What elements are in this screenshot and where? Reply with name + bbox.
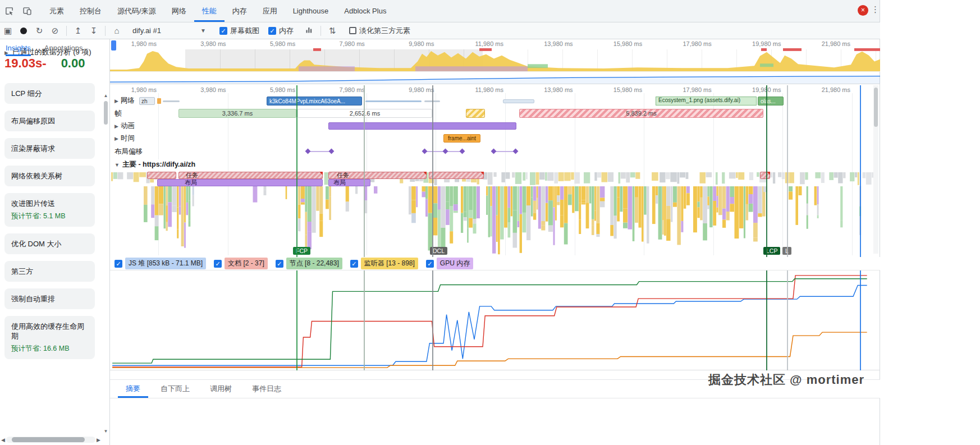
scrollbar-track[interactable] [6, 437, 95, 443]
network-request-image[interactable]: Ecosystem_1.png (assets.dify.ai) [656, 97, 757, 105]
track-network-label[interactable]: ▶网络 [112, 95, 137, 106]
layout-shift-diamond[interactable] [460, 149, 465, 154]
layout-shift-diamond[interactable] [305, 149, 311, 154]
counter-toggle[interactable]: ✓节点 [8 - 22,483] [276, 258, 342, 269]
track-animations-label[interactable]: ▶动画 [112, 121, 137, 131]
insight-card[interactable]: 改进图片传送预计节省: 5.1 MB [4, 193, 95, 227]
flame-chart[interactable]: 任务 任务 布局 布局 FCP DCL LCP L [110, 172, 880, 256]
dcl-marker[interactable]: DCL [430, 247, 447, 255]
sidebar-vertical-scrollbar[interactable]: ▲ ▼ [103, 93, 109, 434]
detail-tab[interactable]: 事件日志 [244, 380, 289, 398]
long-task-bar[interactable]: 任务 [328, 172, 427, 179]
layout-shift-diamond[interactable] [513, 149, 519, 154]
insight-card[interactable]: 渲染屏蔽请求 [4, 138, 95, 159]
counter-toggle[interactable]: ✓文档 [2 - 37] [214, 258, 268, 269]
frames-track[interactable]: 3,336.7 ms 2,652.6 ms 5,839.2 ms [110, 108, 880, 119]
stats-icon[interactable] [301, 26, 317, 36]
fade-third-party-checkbox[interactable]: ✓ 淡化第三方元素 [349, 26, 410, 36]
devtools-tab[interactable]: Adblock Plus [336, 0, 394, 22]
frame-bar-idle[interactable]: 2,652.6 ms [297, 109, 432, 118]
profile-select[interactable]: dify.ai #1 ▼ [128, 25, 210, 36]
l-marker[interactable]: L [782, 247, 791, 255]
detail-tab[interactable]: 自下而上 [153, 380, 198, 398]
insight-card[interactable]: LCP 细分 [4, 83, 95, 104]
collect-garbage-icon[interactable]: ⇅ [324, 26, 340, 36]
layout-shift-diamond[interactable] [491, 149, 497, 154]
inspect-icon[interactable] [0, 3, 18, 19]
layout-shifts-track[interactable] [110, 146, 880, 157]
counter-toggle[interactable]: ✓JS 堆 [853 kB - 71.1 MB] [115, 258, 206, 269]
screenshots-checkbox[interactable]: ✓ 屏幕截图 [219, 26, 259, 36]
frame-bar-partial[interactable] [466, 109, 485, 118]
layout-bar[interactable]: 布局 [157, 179, 323, 186]
devtools-tab[interactable]: 网络 [164, 0, 194, 22]
clear-icon[interactable]: ⊘ [47, 26, 63, 36]
devtools-tab[interactable]: 性能 [194, 0, 225, 22]
upload-profile-icon[interactable]: ↥ [70, 26, 86, 36]
scrollbar-thumb[interactable] [12, 437, 85, 442]
insight-card[interactable]: 使用高效的缓存生命周期预计节省: 16.6 MB [4, 316, 95, 359]
network-request-line[interactable] [424, 100, 440, 102]
devtools-tab[interactable]: 内存 [225, 0, 255, 22]
more-options-icon[interactable]: ⋮ [871, 4, 880, 15]
network-request-chip[interactable] [503, 99, 534, 103]
devtools-tab[interactable]: 元素 [42, 0, 72, 22]
memory-chart[interactable] [110, 270, 880, 370]
scroll-left-icon[interactable]: ◀ [1, 437, 5, 443]
layout-shift-diamond[interactable] [422, 149, 428, 154]
insight-card[interactable]: 优化 DOM 大小 [4, 233, 95, 254]
devtools-tab[interactable]: 控制台 [72, 0, 109, 22]
network-request-zh[interactable]: zh [139, 97, 155, 105]
network-request-line[interactable] [365, 100, 422, 102]
record-button[interactable] [20, 27, 27, 34]
insight-card[interactable]: 布局偏移原因 [4, 111, 95, 131]
insight-card[interactable]: 强制自动重排 [4, 288, 95, 309]
detail-tab[interactable]: 调用树 [202, 380, 240, 398]
scroll-down-icon[interactable]: ▼ [103, 429, 109, 434]
layout-bar[interactable]: 布局 [328, 179, 370, 186]
fcp-marker[interactable]: FCP [293, 247, 310, 255]
network-request-selected[interactable]: k3kCo84MPvpLmixcA63oeA... [267, 97, 362, 105]
device-toolbar-icon[interactable] [18, 3, 36, 19]
long-task-bar[interactable] [147, 172, 176, 179]
track-frames-label[interactable]: 帧 [112, 108, 124, 119]
track-layout-shifts-label[interactable]: 布局偏移 [112, 146, 145, 157]
error-badge-icon[interactable]: × [858, 5, 868, 16]
scrollbar-thumb[interactable] [874, 88, 878, 127]
scrollbar-thumb[interactable] [104, 101, 108, 125]
counter-toggle[interactable]: ✓GPU 内存 [426, 258, 473, 269]
detail-tab[interactable]: 摘要 [118, 380, 148, 398]
timeline-vertical-scrollbar[interactable] [873, 85, 878, 254]
network-track[interactable]: zh k3kCo84MPvpLmixcA63oeA... Ecosystem_1… [110, 95, 880, 107]
overview-cpu-strip[interactable] [110, 48, 880, 72]
long-task-bar[interactable]: 任务 [178, 172, 323, 179]
reload-record-icon[interactable]: ↻ [31, 26, 47, 36]
tab-annotations[interactable]: Annotations [44, 39, 83, 56]
detail-ruler[interactable]: 1,980 ms3,980 ms5,980 ms7,980 ms9,980 ms… [110, 85, 880, 94]
overview-memory-strip[interactable] [110, 72, 880, 84]
download-profile-icon[interactable]: ↧ [86, 26, 102, 36]
track-timings-label[interactable]: ▶时间 [112, 133, 137, 144]
animations-track[interactable] [110, 120, 880, 131]
layout-shift-diamond[interactable] [329, 149, 335, 154]
layout-shift-diamond[interactable] [443, 149, 448, 154]
network-request-chip[interactable] [163, 100, 180, 102]
timing-marker[interactable]: frame...aint [443, 134, 480, 143]
animation-bar[interactable] [328, 122, 516, 130]
insight-card[interactable]: 第三方 [4, 261, 95, 282]
timings-track[interactable]: frame...aint [110, 132, 880, 144]
sidebar-horizontal-scrollbar[interactable]: ◀ ▶ [1, 436, 100, 443]
scroll-up-icon[interactable]: ▲ [103, 93, 109, 98]
dock-panel-icon[interactable]: ▣ [0, 26, 16, 36]
network-request-chip[interactable] [157, 98, 161, 104]
long-task-bar[interactable] [429, 172, 484, 179]
memory-checkbox[interactable]: ✓ 内存 [268, 26, 294, 36]
devtools-tab[interactable]: 应用 [255, 0, 285, 22]
live-metrics-home-icon[interactable]: ⌂ [109, 26, 125, 35]
devtools-tab[interactable]: Lighthouse [285, 0, 337, 22]
track-main-header[interactable]: ▼ 主要 - https://dify.ai/zh [112, 159, 198, 170]
insight-card[interactable]: 网络依赖关系树 [4, 166, 95, 186]
network-request-olas[interactable]: olas... [758, 97, 784, 105]
tab-insights[interactable]: Insights [6, 39, 31, 56]
devtools-tab[interactable]: 源代码/来源 [109, 0, 164, 22]
